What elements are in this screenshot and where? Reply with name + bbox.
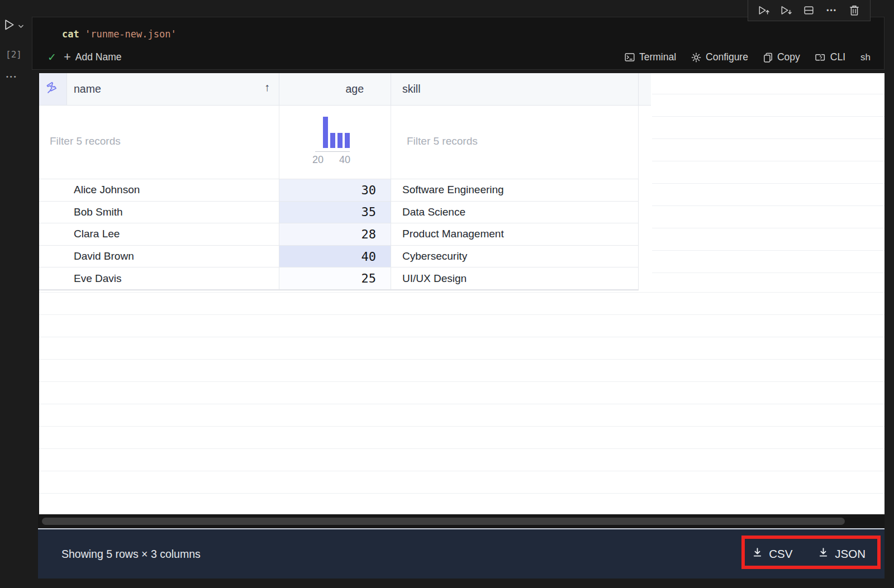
grid-row-line — [652, 205, 885, 206]
output-footer: Showing 5 rows × 3 columns CSV JSON — [38, 528, 885, 579]
skill-filter-input[interactable] — [406, 135, 630, 148]
grid-row-line — [39, 359, 885, 360]
column-header-name[interactable]: name ↑ — [67, 73, 279, 106]
grid-row-line — [39, 381, 885, 382]
scrollbar-thumb[interactable] — [42, 518, 845, 525]
grid-row-line — [652, 250, 885, 251]
sort-ascending-icon[interactable]: ↑ — [264, 81, 270, 94]
column-header-skill[interactable]: skill — [391, 73, 639, 106]
code-cell[interactable]: cat 'runme-new.json' ✓ + Add Name Termin… — [32, 17, 885, 70]
table-output: name ↑ age skill 20 40 — [38, 73, 885, 514]
csv-label: CSV — [769, 547, 792, 561]
more-actions-icon[interactable]: ••• — [825, 3, 839, 18]
cell-age[interactable]: 30 — [279, 179, 391, 201]
grid-row-line — [39, 426, 885, 427]
configure-button[interactable]: Configure — [691, 51, 748, 63]
pin-icon — [45, 80, 60, 98]
pin-column-header[interactable] — [39, 73, 67, 106]
gear-icon — [691, 52, 701, 63]
code-string: 'runme-new.json' — [79, 28, 177, 40]
row-count-summary: Showing 5 rows × 3 columns — [61, 529, 201, 579]
copy-icon — [763, 52, 773, 63]
delete-cell-icon[interactable] — [847, 3, 862, 18]
json-label: JSON — [835, 547, 866, 561]
table-bottom-border — [39, 290, 639, 290]
grid-row-line — [39, 337, 885, 337]
table-row[interactable]: Bob Smith 35 Data Science — [39, 202, 639, 224]
cell-age[interactable]: 40 — [279, 246, 391, 267]
filter-cell-name[interactable] — [39, 106, 279, 179]
success-check-icon: ✓ — [47, 52, 56, 63]
cell-name[interactable]: David Brown — [39, 246, 279, 267]
cell-skill[interactable]: UI/UX Design — [391, 267, 639, 289]
grid-row-line — [652, 183, 885, 184]
age-histogram[interactable]: 20 40 — [315, 117, 355, 166]
column-header-name-label: name — [74, 83, 101, 95]
cell-skill[interactable]: Product Management — [391, 223, 639, 245]
cell-age[interactable]: 25 — [279, 267, 391, 289]
histogram-bar — [330, 133, 335, 148]
grid-row-line — [652, 273, 885, 273]
terminal-icon — [625, 52, 635, 62]
cli-button[interactable]: CLI — [815, 51, 845, 63]
run-cell-button[interactable] — [3, 18, 31, 33]
cell-name[interactable]: Alice Johnson — [39, 179, 279, 201]
cell-name[interactable]: Bob Smith — [39, 202, 279, 223]
header-stub — [639, 73, 651, 106]
histogram-tick-40: 40 — [338, 154, 351, 166]
plus-icon: + — [64, 51, 71, 63]
table-row[interactable]: Eve Davis 25 UI/UX Design — [39, 267, 639, 290]
grid-row-line — [652, 161, 885, 161]
histogram-bar — [337, 133, 343, 148]
cell-skill[interactable]: Software Engineering — [391, 179, 639, 201]
column-header-skill-label: skill — [402, 83, 421, 95]
table-row[interactable]: Alice Johnson 30 Software Engineering — [39, 179, 639, 202]
add-name-button[interactable]: + Add Name — [64, 51, 122, 63]
split-cell-icon[interactable] — [802, 3, 816, 18]
copy-button[interactable]: Copy — [763, 51, 800, 63]
download-icon — [818, 547, 829, 561]
grid-row-line — [652, 116, 885, 117]
name-filter-input[interactable] — [49, 135, 267, 148]
terminal-label: Terminal — [639, 51, 676, 63]
cell-skill[interactable]: Cybersecurity — [391, 246, 639, 267]
grid-row-line — [652, 138, 885, 139]
execution-count: [2] — [6, 49, 22, 60]
configure-label: Configure — [706, 51, 748, 63]
table-row[interactable]: David Brown 40 Cybersecurity — [39, 246, 639, 268]
execute-above-icon[interactable] — [757, 3, 771, 18]
column-header-age[interactable]: age — [279, 73, 391, 106]
cell-name[interactable]: Clara Lee — [39, 223, 279, 245]
execute-below-icon[interactable] — [779, 3, 793, 18]
download-icon — [752, 547, 763, 561]
code-command: cat — [62, 28, 79, 40]
download-json-button[interactable]: JSON — [818, 547, 866, 561]
cell-age[interactable]: 28 — [279, 223, 391, 245]
terminal-button[interactable]: Terminal — [625, 51, 676, 63]
grid-row-line — [39, 404, 885, 404]
cell-name[interactable]: Eve Davis — [39, 267, 279, 289]
copy-label: Copy — [777, 51, 800, 63]
grid-row-line — [652, 228, 885, 228]
cell-age[interactable]: 35 — [279, 202, 391, 223]
filter-cell-age[interactable]: 20 40 — [279, 106, 391, 179]
grid-row-line — [39, 493, 885, 494]
histogram-bar — [323, 117, 328, 148]
horizontal-scrollbar[interactable] — [38, 514, 885, 528]
cli-lightning-icon — [815, 52, 826, 63]
cell-toolbar: ••• — [748, 0, 871, 21]
table-row[interactable]: Clara Lee 28 Product Management — [39, 223, 639, 246]
download-csv-button[interactable]: CSV — [752, 547, 792, 561]
histogram-tick-20: 20 — [311, 154, 325, 166]
grid-row-line — [652, 94, 885, 94]
grid-row-line — [39, 448, 885, 449]
download-buttons: CSV JSON — [752, 529, 866, 579]
cell-more-actions-button[interactable]: ••• — [6, 73, 18, 80]
language-label[interactable]: sh — [860, 52, 871, 63]
cell-skill[interactable]: Data Science — [391, 202, 639, 223]
code-line[interactable]: cat 'runme-new.json' — [62, 28, 177, 40]
add-name-label: Add Name — [75, 51, 122, 63]
grid-row-line — [39, 292, 885, 293]
filter-cell-skill[interactable] — [391, 106, 639, 179]
chevron-down-icon — [18, 21, 24, 31]
